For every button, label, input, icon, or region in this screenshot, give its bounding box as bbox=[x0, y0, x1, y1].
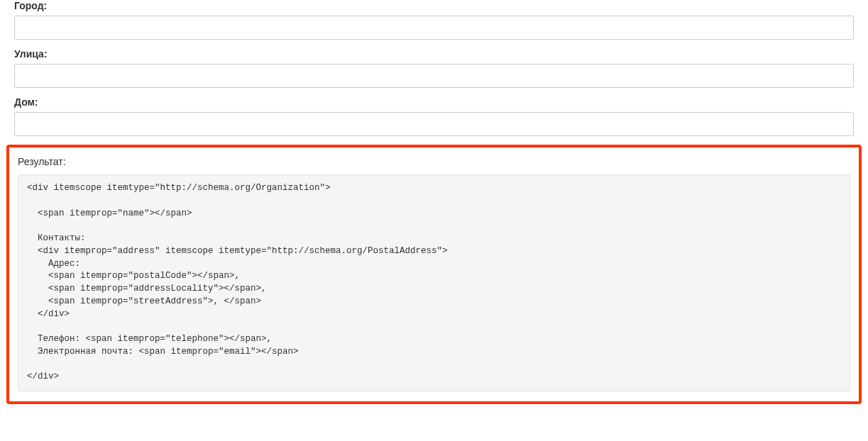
house-input[interactable] bbox=[14, 112, 854, 136]
house-label: Дом: bbox=[14, 96, 854, 108]
city-input[interactable] bbox=[14, 16, 854, 40]
result-code: <div itemscope itemtype="http://schema.o… bbox=[18, 174, 850, 391]
street-label: Улица: bbox=[14, 48, 854, 60]
form-group-city: Город: bbox=[0, 0, 868, 40]
result-title: Результат: bbox=[18, 156, 850, 167]
street-input[interactable] bbox=[14, 64, 854, 88]
result-panel: Результат: <div itemscope itemtype="http… bbox=[6, 145, 862, 404]
form-group-house: Дом: bbox=[0, 96, 868, 136]
form-group-street: Улица: bbox=[0, 48, 868, 88]
city-label: Город: bbox=[14, 0, 854, 11]
